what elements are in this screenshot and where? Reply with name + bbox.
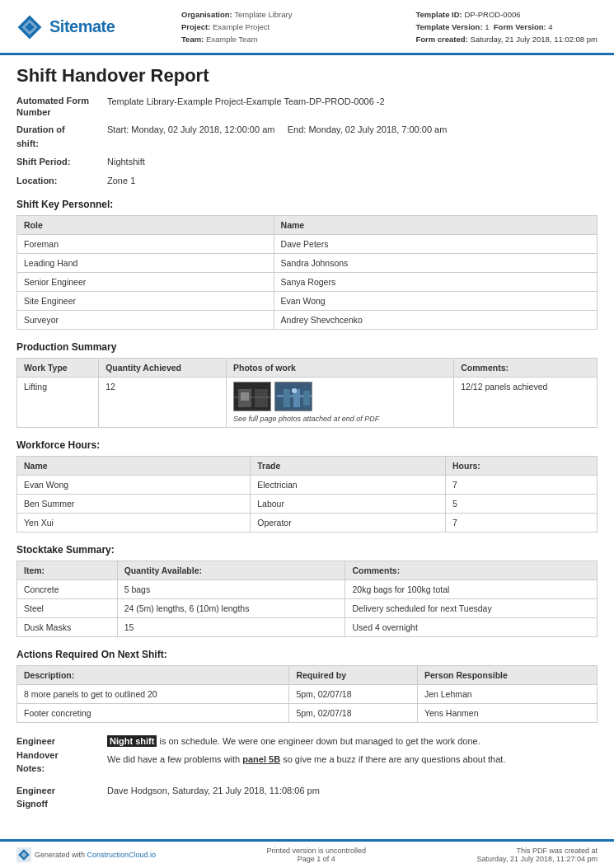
col-work-type: Work Type bbox=[17, 359, 99, 378]
form-created-line: Form created: Saturday, 21 July 2018, 11… bbox=[415, 33, 598, 45]
engineer-handover-value: Night shift is on schedule. We were one … bbox=[107, 734, 598, 776]
table-cell: 20kg bags for 100kg total bbox=[345, 580, 598, 599]
engineer-signoff-field: EngineerSignoff Dave Hodgson, Saturday, … bbox=[16, 784, 598, 811]
table-cell: 5 bbox=[446, 495, 598, 514]
photo-thumb-2 bbox=[274, 382, 312, 411]
table-row: SurveyorAndrey Shevchcenko bbox=[17, 311, 598, 330]
table-row: Footer concreting5pm, 02/07/18Yens Hanme… bbox=[17, 704, 598, 723]
table-cell: Sandra Johnsons bbox=[274, 254, 597, 273]
header-meta: Organisation: Template Library Project: … bbox=[165, 8, 415, 46]
col-wf-trade: Trade bbox=[251, 457, 446, 476]
table-row: Yen XuiOperator7 bbox=[17, 514, 598, 533]
workforce-hours-table: Name Trade Hours: Evan WongElectrician7B… bbox=[16, 456, 598, 533]
table-cell: Jen Lehman bbox=[417, 685, 597, 704]
svg-rect-7 bbox=[241, 392, 249, 401]
note2-post: so give me a buzz if there are any quest… bbox=[280, 754, 505, 764]
table-cell: 5 bags bbox=[117, 580, 345, 599]
duration-field: Duration ofshift: Start: Monday, 02 July… bbox=[16, 123, 598, 150]
location-field: Location: Zone 1 bbox=[16, 174, 598, 188]
stocktake-summary-table: Item: Quantity Available: Comments: Conc… bbox=[16, 561, 598, 637]
table-cell: Ben Summer bbox=[17, 495, 251, 514]
form-number-value: Template Library-Example Project-Example… bbox=[107, 95, 598, 119]
photo-caption: See full page photos attached at end of … bbox=[233, 415, 447, 423]
svg-point-13 bbox=[292, 388, 297, 393]
workforce-hours-title: Workforce Hours: bbox=[16, 439, 598, 451]
table-cell: Footer concreting bbox=[17, 704, 289, 723]
comments-cell: 12/12 panels achieved bbox=[454, 378, 598, 428]
production-header-row: Work Type Quantity Achieved Photos of wo… bbox=[17, 359, 598, 378]
svg-rect-5 bbox=[255, 389, 268, 407]
note2-pre: We did have a few problems with bbox=[107, 754, 242, 764]
table-row: ForemanDave Peters bbox=[17, 235, 598, 254]
project-line: Project: Example Project bbox=[181, 21, 415, 33]
col-description: Description: bbox=[17, 666, 289, 685]
production-summary-table: Work Type Quantity Achieved Photos of wo… bbox=[16, 358, 598, 428]
table-cell: Used 4 overnight bbox=[345, 618, 598, 637]
table-cell: Dusk Masks bbox=[17, 618, 118, 637]
duration-label: Duration ofshift: bbox=[16, 123, 107, 150]
note1-rest: is on schedule. We were one engineer dow… bbox=[157, 736, 480, 746]
photo-thumbnails bbox=[233, 382, 447, 411]
table-cell: Delivery scheduled for next Tuesday bbox=[345, 599, 598, 618]
table-cell: Labour bbox=[251, 495, 446, 514]
quantity-cell: 12 bbox=[99, 378, 227, 428]
logo-area: Sitemate bbox=[16, 14, 165, 40]
footer: Generated with ConstructionCloud.io Prin… bbox=[0, 839, 614, 868]
col-required-by: Required by bbox=[289, 666, 418, 685]
table-cell: Steel bbox=[17, 599, 118, 618]
location-value: Zone 1 bbox=[107, 174, 598, 188]
engineer-handover-section: EngineerHandoverNotes: Night shift is on… bbox=[16, 734, 598, 776]
logo-text: Sitemate bbox=[49, 17, 115, 36]
location-label: Location: bbox=[16, 174, 107, 188]
team-line: Team: Example Team bbox=[181, 33, 415, 45]
panel-5b-highlight: panel 5B bbox=[242, 754, 280, 764]
actions-required-title: Actions Required On Next Shift: bbox=[16, 649, 598, 660]
table-row: Concrete5 bags20kg bags for 100kg total bbox=[17, 580, 598, 599]
engineer-handover-field: EngineerHandoverNotes: Night shift is on… bbox=[16, 734, 598, 776]
work-type-cell: Lifting bbox=[17, 378, 99, 428]
col-role: Role bbox=[17, 216, 274, 235]
shift-period-label: Shift Period: bbox=[16, 155, 107, 169]
page: Sitemate Organisation: Template Library … bbox=[0, 0, 614, 868]
table-row: Ben SummerLabour5 bbox=[17, 495, 598, 514]
photo-container: See full page photos attached at end of … bbox=[233, 382, 447, 423]
shift-key-personnel-table: Role Name ForemanDave PetersLeading Hand… bbox=[16, 215, 598, 330]
table-cell: Surveyor bbox=[17, 311, 274, 330]
col-wf-name: Name bbox=[17, 457, 251, 476]
col-item: Item: bbox=[17, 561, 118, 580]
col-name: Name bbox=[274, 216, 597, 235]
handover-note-2: We did have a few problems with panel 5B… bbox=[107, 753, 598, 767]
template-version-line: Template Version: 1 Form Version: 4 bbox=[415, 21, 598, 33]
form-number-label: Automated Form Number bbox=[16, 95, 107, 119]
report-title: Shift Handover Report bbox=[16, 65, 598, 87]
table-cell: Sanya Rogers bbox=[274, 273, 597, 292]
col-quantity: Quantity Achieved bbox=[99, 359, 227, 378]
footer-logo-icon bbox=[16, 847, 31, 862]
table-row: Dusk Masks15Used 4 overnight bbox=[17, 618, 598, 637]
table-cell: 5pm, 02/07/18 bbox=[289, 685, 418, 704]
photo-thumb-1 bbox=[233, 382, 271, 411]
table-cell: Site Engineer bbox=[17, 292, 274, 311]
table-row: Leading HandSandra Johnsons bbox=[17, 254, 598, 273]
production-summary-title: Production Summary bbox=[16, 341, 598, 353]
footer-link[interactable]: ConstructionCloud.io bbox=[87, 851, 157, 859]
table-cell: 15 bbox=[117, 618, 345, 637]
svg-rect-12 bbox=[303, 391, 310, 406]
table-row: 8 more panels to get to outlined 205pm, … bbox=[17, 685, 598, 704]
night-shift-highlight: Night shift bbox=[107, 735, 157, 747]
header: Sitemate Organisation: Template Library … bbox=[0, 0, 614, 55]
col-comments: Comments: bbox=[454, 359, 598, 378]
footer-right: This PDF was created at Saturday, 21 Jul… bbox=[477, 847, 598, 863]
engineer-handover-label: EngineerHandoverNotes: bbox=[16, 734, 107, 776]
col-wf-hours: Hours: bbox=[446, 457, 598, 476]
table-header-row: Role Name bbox=[17, 216, 598, 235]
stocktake-summary-title: Stocktake Summary: bbox=[16, 544, 598, 556]
photos-cell: See full page photos attached at end of … bbox=[227, 378, 454, 428]
actions-header-row: Description: Required by Person Responsi… bbox=[17, 666, 598, 685]
table-cell: Yens Hanmen bbox=[417, 704, 597, 723]
table-cell: Evan Wong bbox=[274, 292, 597, 311]
table-cell: 8 more panels to get to outlined 20 bbox=[17, 685, 289, 704]
stocktake-header-row: Item: Quantity Available: Comments: bbox=[17, 561, 598, 580]
form-number-field: Automated Form Number Template Library-E… bbox=[16, 95, 598, 119]
table-cell: Foreman bbox=[17, 235, 274, 254]
